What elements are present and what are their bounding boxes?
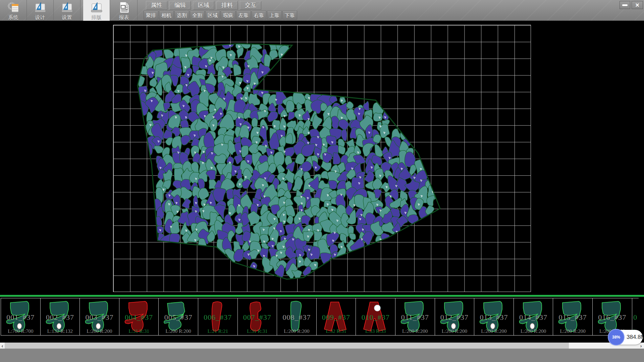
nested-piece[interactable] bbox=[150, 78, 157, 87]
nesting-canvas[interactable] bbox=[0, 21, 644, 295]
thumbnail-cell-015[interactable]: 015_#37L:200 R:200 bbox=[553, 298, 593, 336]
piece-id: 005_#37 bbox=[159, 313, 198, 322]
tool-cluster-nest[interactable]: 聚排 bbox=[144, 11, 158, 20]
thumbnail-cell-013[interactable]: 013_#37L:200 R:200 bbox=[474, 298, 514, 336]
piece-id: 0 bbox=[632, 313, 639, 322]
nested-piece[interactable] bbox=[182, 199, 191, 209]
thumbnail-cell-004[interactable]: 004_#37L:31 R:31 bbox=[119, 298, 159, 336]
nested-piece[interactable] bbox=[138, 66, 148, 75]
thumbnail-cell-003[interactable]: 003_#37L:200 R:200 bbox=[79, 298, 119, 336]
nested-piece[interactable] bbox=[328, 180, 337, 189]
piece-id: 012_#37 bbox=[435, 313, 474, 322]
thumbnail-cell-009[interactable]: 009_#37L:32 R:31 bbox=[316, 298, 356, 336]
nested-piece[interactable] bbox=[373, 113, 382, 121]
nested-piece[interactable] bbox=[178, 212, 190, 226]
tool-defect[interactable]: 瑕疵 bbox=[221, 11, 235, 20]
minimize-button[interactable] bbox=[620, 1, 630, 9]
thumbnail-cell-001[interactable]: 001_#37L:700 R:700 bbox=[1, 298, 41, 336]
scroll-left-arrow[interactable]: ‹ bbox=[0, 343, 5, 349]
piece-id: 002_#37 bbox=[41, 313, 80, 322]
nested-piece[interactable] bbox=[279, 118, 286, 131]
tool-align-top[interactable]: 上靠 bbox=[267, 11, 282, 20]
thumbnail-cell-012[interactable]: 012_#37L:200 R:200 bbox=[435, 298, 475, 336]
nested-piece[interactable] bbox=[147, 68, 155, 78]
tab-layout-label: 排版 bbox=[92, 14, 102, 21]
tab-design-label: 设计 bbox=[35, 14, 45, 21]
hide-nest-svg bbox=[0, 21, 644, 295]
thumbnail-cell-008[interactable]: 008_#37L:200 R:200 bbox=[277, 298, 317, 336]
tab-settings-label: 设置 bbox=[62, 14, 72, 21]
tool-align-bottom[interactable]: 下靠 bbox=[282, 11, 297, 20]
piece-lr-sizes: L:200 R:200 bbox=[80, 328, 119, 334]
horizontal-scrollbar[interactable]: ‹ › bbox=[0, 343, 644, 349]
tool-select-cut[interactable]: 选割 bbox=[174, 11, 189, 20]
minimize-icon bbox=[622, 4, 628, 6]
nested-piece[interactable] bbox=[286, 100, 294, 113]
tab-design[interactable]: 设计 bbox=[27, 0, 54, 21]
menu-nesting[interactable]: 排料 bbox=[216, 1, 238, 10]
piece-lr-sizes: L:200 R:200 bbox=[435, 328, 474, 334]
tab-report[interactable]: 报表 bbox=[111, 0, 138, 21]
menu-region[interactable]: 区域 bbox=[193, 1, 214, 10]
piece-lr-sizes: L:700 R:700 bbox=[1, 328, 40, 334]
nested-piece[interactable] bbox=[333, 153, 340, 164]
tab-layout[interactable]: 排版 bbox=[83, 0, 110, 21]
tool-align-left[interactable]: 左靠 bbox=[236, 11, 251, 20]
thumbnail-cell-011[interactable]: 011_#37L:200 R:200 bbox=[395, 298, 435, 336]
nested-piece[interactable] bbox=[303, 231, 314, 241]
scrollbar-thumb[interactable] bbox=[5, 343, 569, 349]
thumbnail-cell-006[interactable]: 006_#37L:21 R:21 bbox=[198, 298, 238, 336]
nested-piece[interactable] bbox=[338, 145, 345, 155]
piece-lr-sizes: L:200 R:200 bbox=[474, 328, 514, 334]
piece-id: 014_#37 bbox=[514, 313, 553, 322]
nested-piece[interactable] bbox=[163, 102, 170, 111]
piece-lr-sizes: L:132 R:132 bbox=[41, 328, 80, 334]
nested-piece[interactable] bbox=[313, 161, 321, 172]
piece-id: 015_#37 bbox=[553, 313, 592, 322]
close-button[interactable]: × bbox=[632, 1, 643, 9]
thumbnail-cell-014[interactable]: 014_#37L:200 R:200 bbox=[514, 298, 553, 336]
nested-piece[interactable] bbox=[237, 48, 244, 58]
tool-camera[interactable]: 相机 bbox=[159, 11, 174, 20]
tool-align-right[interactable]: 右靠 bbox=[252, 11, 266, 20]
nested-piece[interactable] bbox=[198, 188, 209, 200]
piece-id: 009_#37 bbox=[317, 313, 356, 322]
tab-system-label: 系统 bbox=[8, 14, 18, 21]
nested-piece[interactable] bbox=[321, 171, 329, 179]
tool-region[interactable]: 区域 bbox=[205, 11, 220, 20]
progress-badge[interactable]: 38% 384.8M bbox=[608, 330, 643, 345]
menu-properties[interactable]: 属性 bbox=[146, 1, 167, 10]
menu-interact[interactable]: 交互 bbox=[240, 1, 261, 10]
nested-piece[interactable] bbox=[257, 110, 269, 120]
nested-piece[interactable] bbox=[321, 161, 331, 171]
tool-cut-all[interactable]: 全割 bbox=[190, 11, 205, 20]
thumbnail-cells: 001_#37L:700 R:700002_#37L:132 R:132003_… bbox=[1, 298, 639, 336]
nested-piece[interactable] bbox=[297, 256, 305, 267]
nested-piece[interactable] bbox=[301, 215, 311, 225]
nested-piece[interactable] bbox=[157, 226, 164, 233]
piece-lr-sizes: L:33 R:33 bbox=[356, 328, 395, 334]
nested-piece[interactable] bbox=[181, 135, 190, 145]
thumbnail-cell-010[interactable]: 010_#37L:33 R:33 bbox=[356, 298, 395, 336]
nested-piece[interactable] bbox=[287, 215, 293, 225]
piece-id: 004_#37 bbox=[119, 313, 159, 322]
nested-piece[interactable] bbox=[260, 234, 269, 244]
window-bottom-strip bbox=[0, 349, 644, 362]
nested-piece[interactable] bbox=[233, 64, 241, 76]
nested-piece[interactable] bbox=[349, 233, 356, 240]
piece-id: 007_#37 bbox=[238, 313, 277, 322]
piece-id: 003_#37 bbox=[80, 313, 119, 322]
thumbnail-cell-002[interactable]: 002_#37L:132 R:132 bbox=[40, 298, 80, 336]
tab-system[interactable]: 系统 bbox=[0, 0, 27, 21]
set-square-icon bbox=[90, 1, 103, 14]
piece-id: 011_#37 bbox=[395, 313, 435, 322]
tab-settings[interactable]: 设置 bbox=[54, 0, 80, 21]
piece-id: 008_#37 bbox=[277, 313, 316, 322]
piece-lr-sizes: L:200 R:200 bbox=[159, 328, 198, 334]
set-square-icon bbox=[34, 1, 47, 14]
thumbnail-cell-007[interactable]: 007_#37L:31 R:31 bbox=[237, 298, 277, 336]
nested-piece[interactable] bbox=[312, 114, 322, 130]
menu-edit[interactable]: 编辑 bbox=[169, 1, 191, 10]
piece-lr-sizes: L:200 R:200 bbox=[553, 328, 592, 334]
thumbnail-cell-005[interactable]: 005_#37L:200 R:200 bbox=[158, 298, 198, 336]
